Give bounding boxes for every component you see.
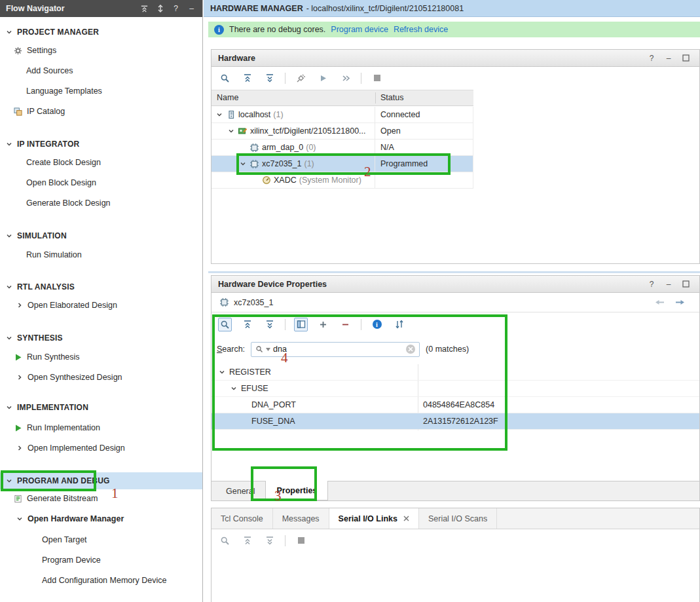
tab-tcl-console[interactable]: Tcl Console xyxy=(212,508,273,529)
program-device-icon[interactable] xyxy=(316,71,330,85)
chevron-down-icon[interactable] xyxy=(218,368,226,376)
program-device-link[interactable]: Program device xyxy=(331,25,388,34)
chevron-down-icon[interactable] xyxy=(5,283,13,291)
search-input[interactable]: dna xyxy=(251,342,420,357)
collapse-all-icon[interactable] xyxy=(240,318,254,331)
add-icon[interactable] xyxy=(316,318,330,331)
sidebar-section-simulation[interactable]: SIMULATION xyxy=(0,227,202,244)
sidebar-item-program-device[interactable]: Program Device xyxy=(0,552,202,569)
float-icon[interactable] xyxy=(681,54,690,63)
expand-all-icon[interactable] xyxy=(263,71,276,85)
chevron-right-icon[interactable] xyxy=(16,301,24,309)
chevron-down-icon[interactable] xyxy=(5,334,13,342)
tab-serial-io-scans[interactable]: Serial I/O Scans xyxy=(419,508,497,529)
refresh-continue-icon[interactable] xyxy=(339,71,352,85)
chevron-down-icon[interactable] xyxy=(5,28,13,36)
chevron-right-icon[interactable] xyxy=(16,444,24,452)
sort-icon[interactable] xyxy=(392,318,406,331)
sidebar-section-implementation[interactable]: IMPLEMENTATION xyxy=(0,399,202,416)
stop-icon[interactable] xyxy=(370,71,384,85)
chevron-down-icon[interactable] xyxy=(227,127,235,135)
search-icon[interactable] xyxy=(218,71,232,85)
help-icon[interactable]: ? xyxy=(647,280,656,289)
sidebar-section-program-and-debug[interactable]: PROGRAM AND DEBUG xyxy=(0,472,202,489)
minimize-icon[interactable]: – xyxy=(664,54,673,63)
chevron-right-icon[interactable] xyxy=(16,373,24,381)
help-icon[interactable]: ? xyxy=(647,54,656,63)
sidebar-section-ip-integrator[interactable]: IP INTEGRATOR xyxy=(0,136,202,153)
sidebar-section-synthesis[interactable]: SYNTHESIS xyxy=(0,329,202,347)
search-icon[interactable] xyxy=(218,534,232,548)
sidebar-item-add-sources[interactable]: Add Sources xyxy=(0,62,202,79)
sidebar-item-generate-block-design[interactable]: Generate Block Design xyxy=(0,195,202,212)
table-row-localhost[interactable]: localhost (1) Connected xyxy=(212,107,473,123)
chevron-down-icon[interactable] xyxy=(5,140,13,148)
item-label: Run Implementation xyxy=(27,423,100,432)
auto-connect-icon[interactable] xyxy=(294,71,308,85)
help-icon[interactable]: ? xyxy=(171,4,181,14)
chip-icon xyxy=(249,143,259,153)
sidebar-section-rtl-analysis[interactable]: RTL ANALYSIS xyxy=(0,278,202,295)
tree-row-dna-port[interactable]: DNA_PORT 04854864EA8C854 xyxy=(212,397,699,413)
sidebar-item-run-simulation[interactable]: Run Simulation xyxy=(0,246,202,263)
sidebar-item-open-synthesized-design[interactable]: Open Synthesized Design xyxy=(0,369,202,386)
expand-all-icon[interactable] xyxy=(263,318,276,331)
minimize-icon[interactable]: – xyxy=(664,280,673,289)
chevron-down-icon[interactable] xyxy=(16,515,24,523)
sidebar-item-run-implementation[interactable]: Run Implementation xyxy=(0,419,202,436)
float-icon[interactable] xyxy=(681,280,690,289)
chevron-down-icon[interactable] xyxy=(239,160,247,168)
collapse-all-icon[interactable] xyxy=(139,4,149,14)
panel-splitter[interactable] xyxy=(208,271,700,273)
sidebar-item-open-hardware-manager[interactable]: Open Hardware Manager xyxy=(0,510,202,527)
tab-messages[interactable]: Messages xyxy=(273,508,329,529)
info-icon[interactable] xyxy=(370,318,384,331)
sidebar-item-open-elaborated-design[interactable]: Open Elaborated Design xyxy=(0,297,202,314)
tree-row-fuse-dna-selected[interactable]: FUSE_DNA 2A131572612A123F xyxy=(212,413,699,430)
table-row-xc7z035-selected[interactable]: xc7z035_1 (1) Programmed xyxy=(212,156,473,172)
sidebar-item-run-synthesis[interactable]: Run Synthesis xyxy=(0,348,202,366)
section-label: SYNTHESIS xyxy=(17,333,63,343)
tree-row-efuse[interactable]: EFUSE xyxy=(212,381,699,397)
sidebar-item-open-block-design[interactable]: Open Block Design xyxy=(0,174,202,191)
row-note: (0) xyxy=(306,143,316,152)
clear-search-icon[interactable] xyxy=(406,345,415,354)
close-icon[interactable] xyxy=(403,516,409,521)
history-back-icon[interactable] xyxy=(655,298,665,307)
table-row-xadc[interactable]: XADC (System Monitor) xyxy=(212,172,473,189)
sidebar-item-settings[interactable]: Settings xyxy=(0,42,202,59)
table-row-target[interactable]: xilinx_tcf/Digilent/2105121800... Open xyxy=(212,123,473,140)
tab-general[interactable]: General xyxy=(215,481,265,500)
sidebar-item-generate-bitstream[interactable]: Generate Bitstream xyxy=(0,490,202,507)
tab-properties[interactable]: Properties xyxy=(265,481,328,500)
minimize-icon[interactable]: – xyxy=(187,4,196,14)
stop-icon[interactable] xyxy=(294,534,308,548)
remove-icon[interactable] xyxy=(339,318,352,331)
tree-row-register[interactable]: REGISTER xyxy=(212,364,699,381)
chevron-down-icon[interactable] xyxy=(5,477,13,485)
chevron-down-icon[interactable] xyxy=(230,385,238,392)
column-header-status[interactable]: Status xyxy=(380,90,403,105)
collapse-all-icon[interactable] xyxy=(240,71,254,85)
sidebar-item-language-templates[interactable]: Language Templates xyxy=(0,83,202,100)
sidebar-item-add-configuration-memory-device[interactable]: Add Configuration Memory Device xyxy=(0,572,202,589)
sidebar-section-project-manager[interactable]: PROJECT MANAGER xyxy=(0,24,202,41)
sidebar-item-create-block-design[interactable]: Create Block Design xyxy=(0,154,202,171)
sidebar-item-ip-catalog[interactable]: IP Catalog xyxy=(0,103,202,120)
collapse-all-icon[interactable] xyxy=(240,534,254,548)
sidebar-item-open-implemented-design[interactable]: Open Implemented Design xyxy=(0,440,202,457)
table-row-arm-dap[interactable]: arm_dap_0 (0) N/A xyxy=(212,140,473,156)
show-properties-layout-icon[interactable] xyxy=(294,318,308,331)
column-header-name[interactable]: Name xyxy=(217,90,238,105)
tab-serial-io-links[interactable]: Serial I/O Links xyxy=(329,508,419,529)
sidebar-item-open-target[interactable]: Open Target xyxy=(0,531,202,548)
search-value[interactable]: dna xyxy=(273,345,403,354)
chevron-down-icon[interactable] xyxy=(215,111,223,119)
chevron-down-icon[interactable] xyxy=(5,404,13,411)
chevron-down-icon[interactable] xyxy=(5,232,13,240)
history-forward-icon[interactable] xyxy=(674,298,685,307)
expand-collapse-icon[interactable] xyxy=(155,4,165,14)
expand-all-icon[interactable] xyxy=(263,534,276,548)
refresh-device-link[interactable]: Refresh device xyxy=(394,25,448,34)
search-icon[interactable] xyxy=(218,318,232,331)
